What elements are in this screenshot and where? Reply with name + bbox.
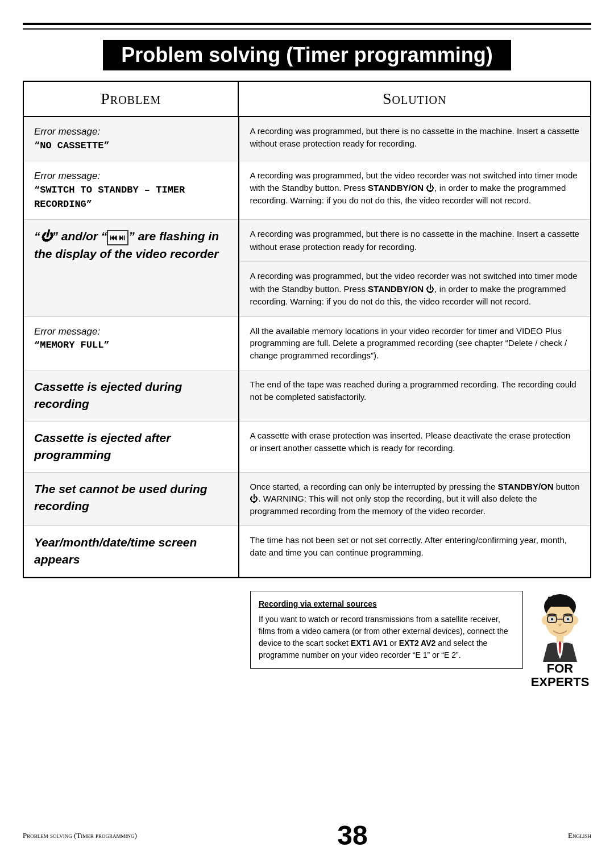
problem-cell: Error message: “SWITCH TO STANDBY – TIME…	[24, 161, 239, 220]
svg-point-10	[567, 618, 569, 620]
solution-part-1: A recording was programmed, but there is…	[239, 220, 590, 262]
standby-bold-3: STANDBY/ON	[498, 482, 554, 491]
solution-column-header: Solution	[239, 82, 590, 116]
problem-cell: “⏻” and/or “⏮⏯” are flashing in the disp…	[24, 220, 239, 317]
problem-label-text: Error message:	[34, 170, 100, 181]
problem-main-text: Year/month/date/time screen appears	[34, 536, 197, 566]
problem-cell: Error message: “NO CASSETTE”	[24, 117, 239, 161]
table-row: The set cannot be used during recording …	[24, 472, 590, 525]
problem-cell: Cassette is ejected after programming	[24, 421, 239, 472]
footer: Problem solving (Timer programming) 38 E…	[0, 820, 614, 851]
problem-main-text: “⏻” and/or “⏮⏯” are flashing in the disp…	[34, 229, 219, 260]
solution-cell: A cassette with erase protection was ins…	[239, 421, 590, 472]
solution-cell: The end of the tape was reached during a…	[239, 370, 590, 421]
solution-cell: The time has not been set or not set cor…	[239, 525, 590, 577]
expert-figure: FOREXPERTS	[529, 591, 591, 689]
table-row: Year/month/date/time screen appears The …	[24, 525, 590, 577]
problem-cell: Error message: “MEMORY FULL”	[24, 316, 239, 370]
page-title-box: Problem solving (Timer programming)	[23, 40, 591, 70]
footer-right-text: English	[568, 831, 591, 840]
expert-box-text: If you want to watch or record transmiss…	[259, 614, 515, 661]
problem-code-text: “MEMORY FULL”	[34, 340, 110, 350]
solution-cell: A recording was programmed, but there is…	[239, 117, 590, 161]
ext1-bold: EXT1 AV1	[351, 639, 388, 648]
problem-main-text: Cassette is ejected during recording	[34, 380, 182, 410]
table-row: Error message: “NO CASSETTE” A recording…	[24, 117, 590, 161]
ext2-bold: EXT2 AV2	[399, 639, 436, 648]
problem-cell: Cassette is ejected during recording	[24, 370, 239, 421]
page-title: Problem solving (Timer programming)	[103, 40, 511, 70]
problem-code-text: “NO CASSETTE”	[34, 140, 110, 151]
main-content-table: Problem Solution Error message: “NO CASS…	[23, 81, 591, 578]
solution-cell: A recording was programmed, but the vide…	[239, 161, 590, 220]
table-row: Error message: “SWITCH TO STANDBY – TIME…	[24, 161, 590, 220]
table-header-row: Problem Solution	[24, 82, 590, 117]
problem-cell: Year/month/date/time screen appears	[24, 525, 239, 577]
page-number: 38	[337, 820, 367, 851]
table-row: Error message: “MEMORY FULL” All the ava…	[24, 316, 590, 370]
footer-left-text: Problem solving (Timer programming)	[23, 831, 137, 840]
bottom-section: Recording via external sources If you wa…	[23, 591, 591, 689]
solution-cell: Once started, a recording can only be in…	[239, 472, 590, 525]
solution-part-2: A recording was programmed, but the vide…	[239, 262, 590, 316]
svg-point-9	[551, 618, 553, 620]
rows-table: Error message: “NO CASSETTE” A recording…	[24, 117, 590, 577]
expert-box-title: Recording via external sources	[259, 598, 515, 610]
expert-illustration	[532, 591, 588, 662]
table-row: Cassette is ejected during recording The…	[24, 370, 590, 421]
expert-box: Recording via external sources If you wa…	[250, 591, 523, 669]
problem-code-text: “SWITCH TO STANDBY – TIMER RECORDING”	[34, 185, 185, 210]
problem-main-text: Cassette is ejected after programming	[34, 431, 171, 461]
problem-label-text: Error message:	[34, 326, 100, 337]
table-row: “⏻” and/or “⏮⏯” are flashing in the disp…	[24, 220, 590, 317]
solution-cell: A recording was programmed, but there is…	[239, 220, 590, 317]
problem-column-header: Problem	[24, 82, 239, 116]
for-experts-label: FOREXPERTS	[531, 662, 590, 689]
solution-cell: All the available memory locations in yo…	[239, 316, 590, 370]
standby-bold-2: STANDBY/ON	[368, 284, 424, 294]
table-row: Cassette is ejected after programming A …	[24, 421, 590, 472]
top-rule-lines	[23, 23, 591, 30]
problem-main-text: The set cannot be used during recording	[34, 482, 208, 512]
svg-point-1	[545, 603, 575, 637]
problem-label-text: Error message:	[34, 126, 100, 137]
standby-bold: STANDBY/ON	[368, 183, 424, 193]
problem-cell: The set cannot be used during recording	[24, 472, 239, 525]
